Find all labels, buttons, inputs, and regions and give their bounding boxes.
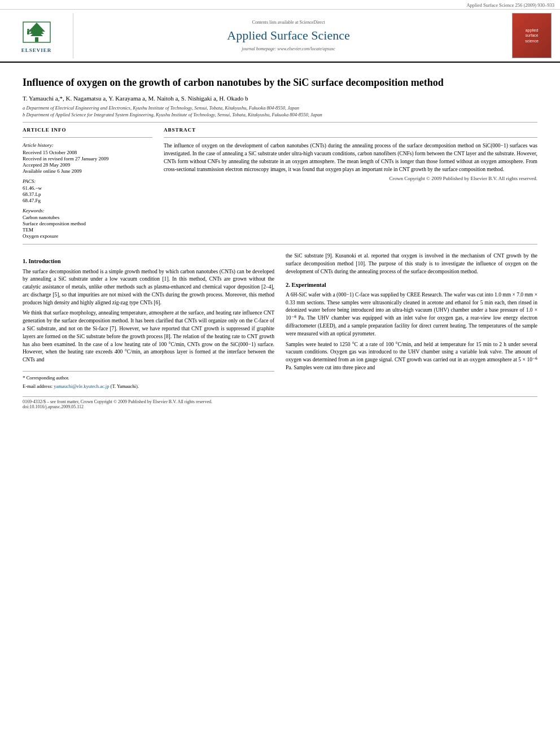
body-right-column: the SiC substrate [9]. Kusunoki et al. r… <box>286 252 537 391</box>
body-separator <box>23 244 537 244</box>
separator <box>23 122 537 123</box>
sciencedirect-text: Contents lists available at ScienceDirec… <box>252 20 325 25</box>
main-content: Influence of oxygen on the growth of car… <box>0 63 560 421</box>
journal-homepage: journal homepage: www.elsevier.com/locat… <box>242 46 335 51</box>
cover-line2: surface <box>526 33 539 37</box>
svg-point-4 <box>27 29 29 31</box>
footnote-area: * Corresponding author. E-mail address: … <box>23 371 274 390</box>
info-abstract-section: ARTICLE INFO Article history: Received 1… <box>23 127 537 239</box>
footnote-text: Corresponding author. <box>27 375 69 381</box>
history-label: Article history: <box>23 142 152 148</box>
authors: T. Yamauchi a,*, K. Nagamatsu a, Y. Kara… <box>23 95 537 102</box>
pacs-label: PACS: <box>23 178 152 184</box>
affiliation-a: a Department of Electrical Engineering a… <box>23 105 537 111</box>
keywords-label: Keywords: <box>23 208 152 213</box>
available-date: Available online 6 June 2009 <box>23 168 152 174</box>
journal-title: Applied Surface Science <box>227 28 349 43</box>
pacs-3: 68.47.Fg <box>23 198 152 203</box>
journal-cover-section: applied surface science <box>504 13 554 58</box>
affiliation-b: b Department of Applied Science for Inte… <box>23 112 537 117</box>
doi-line: doi:10.1016/j.apsusc.2009.05.112 <box>23 404 537 409</box>
footnote-symbol: * <box>23 375 25 381</box>
issn-line: 0169-4332/$ – see front matter, Crown Co… <box>23 399 537 404</box>
journal-cover-text: applied surface science <box>523 26 540 45</box>
footnote-corresponding: * Corresponding author. <box>23 374 274 382</box>
article-info-column: ARTICLE INFO Article history: Received 1… <box>23 127 152 239</box>
page-bottom: 0169-4332/$ – see front matter, Crown Co… <box>23 396 537 409</box>
email-suffix: (T. Yamauchi). <box>111 383 139 389</box>
experimental-heading: 2. Experimental <box>286 281 537 289</box>
elsevier-wordmark: ELSEVIER <box>21 47 52 53</box>
right-para1: the SiC substrate [9]. Kusunoki et al. r… <box>286 252 537 276</box>
received-date: Received 15 October 2008 <box>23 150 152 155</box>
intro-para2: We think that surface morphology, anneal… <box>23 309 274 364</box>
sciencedirect-link[interactable]: Contents lists available at ScienceDirec… <box>252 20 325 25</box>
journal-title-section: Contents lists available at ScienceDirec… <box>73 13 504 58</box>
footnote-email: E-mail address: yamauchi@ele.kyutech.ac.… <box>23 383 274 390</box>
email-label: E-mail address: <box>23 383 53 389</box>
journal-header: ELSEVIER Contents lists available at Sci… <box>0 10 560 63</box>
keyword-1: Carbon nanotubes <box>23 215 152 220</box>
abstract-column: ABSTRACT The influence of oxygen on the … <box>164 127 537 239</box>
accepted-date: Accepted 28 May 2009 <box>23 162 152 168</box>
intro-para1: The surface decomposition method is a si… <box>23 268 274 307</box>
authors-text: T. Yamauchi a,*, K. Nagamatsu a, Y. Kara… <box>23 95 248 102</box>
journal-reference: Applied Surface Science 256 (2009) 930–9… <box>0 0 560 10</box>
cover-line1: applied <box>526 28 539 32</box>
article-title: Influence of oxygen on the growth of car… <box>23 76 537 89</box>
elsevier-logo <box>14 18 59 46</box>
experimental-para1: A 6H-SiC wafer with a (000−1) C-face was… <box>286 291 537 338</box>
keyword-4: Oxygen exposure <box>23 233 152 239</box>
body-content: 1. Introduction The surface decompositio… <box>23 252 537 391</box>
article-info-label: ARTICLE INFO <box>23 127 152 133</box>
abstract-text: The influence of oxygen on the developme… <box>164 142 537 173</box>
intro-heading: 1. Introduction <box>23 257 274 265</box>
elsevier-tree-icon <box>23 21 51 43</box>
pacs-1: 61.46.−w <box>23 185 152 191</box>
revised-date: Received in revised form 27 January 2009 <box>23 156 152 161</box>
abstract-label: ABSTRACT <box>164 127 537 133</box>
keyword-2: Surface decomposition method <box>23 221 152 226</box>
pacs-2: 68.37.Lp <box>23 191 152 197</box>
copyright-line: Crown Copyright © 2009 Published by Else… <box>164 176 537 181</box>
svg-rect-5 <box>27 31 29 34</box>
email-address[interactable]: yamauchi@ele.kyutech.ac.jp <box>54 383 109 389</box>
info-separator <box>23 137 152 138</box>
svg-rect-0 <box>35 37 38 42</box>
journal-ref-text: Applied Surface Science 256 (2009) 930–9… <box>466 2 554 8</box>
keyword-3: TEM <box>23 227 152 233</box>
abstract-separator <box>164 137 537 138</box>
elsevier-logo-section: ELSEVIER <box>6 13 73 58</box>
body-left-column: 1. Introduction The surface decompositio… <box>23 252 274 391</box>
cover-line3: science <box>525 39 539 43</box>
journal-cover-image: applied surface science <box>512 13 552 58</box>
experimental-para2: Samples were heated to 1250 °C at a rate… <box>286 341 537 372</box>
